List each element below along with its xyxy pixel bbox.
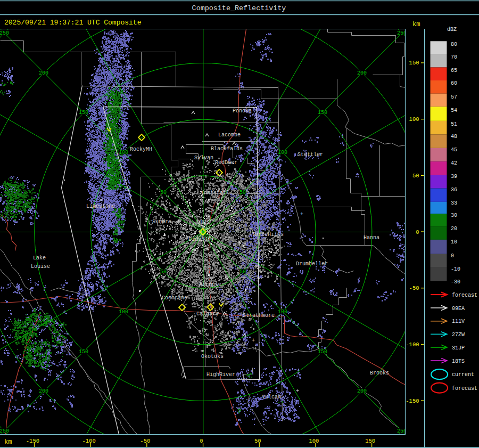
svg-text:51: 51 (451, 121, 457, 127)
svg-text:Okotoks: Okotoks (201, 354, 224, 360)
svg-text:Strathmore: Strathmore (243, 313, 275, 319)
svg-text:Hanna: Hanna (364, 235, 379, 241)
svg-text:80: 80 (451, 42, 457, 47)
svg-text:60: 60 (451, 80, 457, 86)
svg-text:10: 10 (451, 239, 457, 245)
svg-text:150: 150 (318, 110, 327, 116)
svg-text:Calgary: Calgary (196, 311, 219, 317)
svg-text:Brooks: Brooks (370, 370, 389, 376)
svg-text:-10: -10 (451, 266, 460, 272)
svg-text:-50: -50 (140, 438, 150, 444)
svg-text:50: 50 (240, 190, 246, 196)
svg-text:0: 0 (200, 438, 203, 444)
svg-text:forecast: forecast (452, 292, 477, 298)
svg-text:18TS: 18TS (452, 359, 465, 364)
svg-text:RedDeer: RedDeer (215, 160, 237, 166)
svg-text:09EA: 09EA (452, 306, 465, 312)
svg-text:100: 100 (278, 309, 287, 315)
svg-text:+: + (296, 388, 299, 394)
svg-text:*: * (251, 178, 254, 186)
svg-text:150: 150 (409, 60, 419, 66)
svg-text:57: 57 (451, 94, 457, 100)
svg-text:-30: -30 (451, 279, 460, 285)
svg-text:50: 50 (160, 190, 167, 196)
svg-text:Sylvan: Sylvan (194, 155, 213, 161)
svg-text:0: 0 (451, 253, 454, 259)
svg-text:Cochrane: Cochrane (162, 295, 187, 301)
svg-text:33: 33 (451, 200, 457, 206)
svg-text:-150: -150 (26, 438, 39, 444)
svg-text:50: 50 (254, 438, 261, 444)
svg-text:200: 200 (357, 388, 367, 394)
svg-text:150: 150 (79, 110, 88, 116)
svg-text:200: 200 (357, 70, 367, 76)
svg-text:Airdrie: Airdrie (199, 282, 221, 288)
svg-text:50: 50 (412, 173, 419, 179)
svg-text:+: + (300, 211, 303, 217)
svg-text:current: current (452, 372, 474, 378)
svg-text:*: * (99, 198, 103, 206)
svg-text:Olds: Olds (197, 219, 210, 225)
svg-text:Blackfalds: Blackfalds (211, 146, 243, 152)
svg-text:48: 48 (451, 134, 457, 140)
svg-text:Lake: Lake (33, 255, 46, 261)
svg-text:-100: -100 (82, 438, 95, 444)
svg-text:100: 100 (278, 150, 287, 156)
svg-text:27ZW: 27ZW (452, 332, 465, 338)
svg-text:dBZ: dBZ (447, 27, 457, 32)
svg-text:Vulcan: Vulcan (262, 394, 281, 400)
svg-text:+: + (252, 338, 255, 344)
svg-text:Stettler: Stettler (298, 152, 323, 158)
svg-text:150: 150 (318, 349, 327, 355)
svg-text:Louise: Louise (31, 264, 50, 270)
svg-text:45: 45 (451, 147, 457, 153)
svg-text:150: 150 (79, 349, 88, 355)
svg-text:70: 70 (451, 54, 457, 60)
svg-text:50: 50 (240, 269, 246, 275)
svg-text:-50: -50 (409, 285, 419, 291)
svg-text:Didsbury: Didsbury (188, 237, 214, 242)
svg-text:250: 250 (0, 30, 9, 36)
svg-text:200: 200 (39, 70, 48, 76)
svg-text:111V: 111V (452, 319, 465, 324)
svg-text:39: 39 (451, 174, 457, 180)
svg-text:Drumheller: Drumheller (296, 261, 328, 267)
svg-text:RockyMH: RockyMH (130, 146, 152, 152)
svg-text:42: 42 (451, 160, 457, 166)
svg-text:54: 54 (451, 108, 457, 113)
svg-text:km: km (412, 21, 420, 28)
svg-text:Composite_Reflectivity: Composite_Reflectivity (192, 4, 286, 12)
svg-text:200: 200 (39, 388, 48, 394)
svg-text:100: 100 (409, 116, 419, 123)
svg-text:forecast: forecast (452, 386, 477, 392)
svg-text:-150: -150 (406, 398, 419, 404)
svg-text:2025/09/21 19:37:21 UTC Compos: 2025/09/21 19:37:21 UTC Composite (4, 19, 141, 27)
svg-text:36: 36 (451, 187, 457, 193)
svg-text:150: 150 (365, 438, 375, 444)
svg-text:250: 250 (0, 428, 9, 434)
svg-text:65: 65 (451, 68, 457, 74)
svg-text:Lacombe: Lacombe (218, 132, 241, 138)
svg-text:31JP: 31JP (452, 345, 465, 351)
svg-text:100: 100 (119, 150, 128, 156)
svg-text:km: km (4, 438, 12, 446)
svg-text:Sundre: Sundre (152, 219, 171, 225)
svg-text:Ponoka: Ponoka (233, 108, 252, 114)
svg-text:100: 100 (119, 309, 128, 315)
svg-text:50: 50 (160, 269, 167, 275)
svg-text:Innisfail: Innisfail (201, 190, 229, 196)
svg-text:30: 30 (451, 213, 457, 218)
svg-text:0: 0 (416, 229, 419, 235)
svg-text:20: 20 (451, 226, 457, 232)
svg-text:HighRiver: HighRiver (207, 372, 235, 378)
svg-text:-100: -100 (406, 341, 419, 348)
svg-text:100: 100 (309, 438, 319, 444)
svg-text:ThreeHills: ThreeHills (252, 232, 284, 238)
